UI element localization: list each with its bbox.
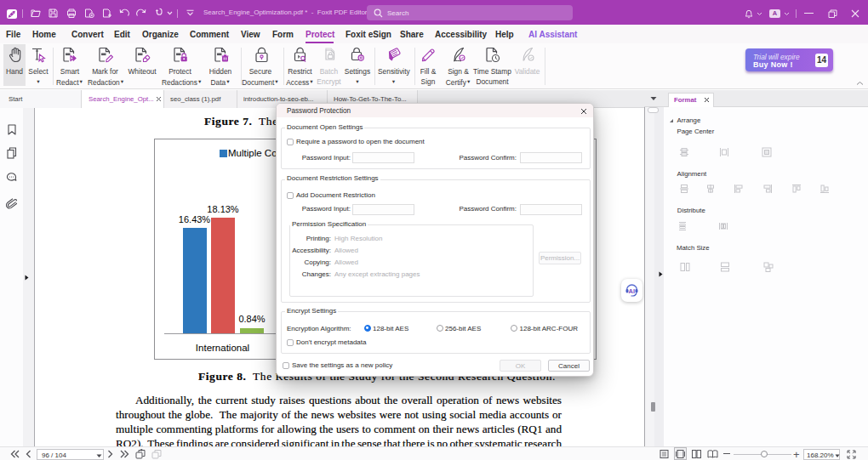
svg-text:AI: AI — [629, 287, 636, 295]
